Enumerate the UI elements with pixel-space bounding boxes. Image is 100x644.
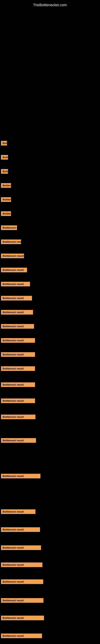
bottleneck-result-label: Bottleneck result <box>1 474 40 478</box>
bottleneck-result-label: Bottleneck result <box>1 398 35 403</box>
bottleneck-result-label: Bottleneck result <box>1 310 33 314</box>
bottleneck-result-label: Bottleneck result <box>1 169 8 174</box>
bottleneck-result-label: Bottleneck result <box>1 211 11 216</box>
bottleneck-result-label: Bottleneck result <box>1 226 17 230</box>
bottleneck-result-label: Bottleneck result <box>1 527 40 532</box>
bottleneck-result-label: Bottleneck result <box>1 268 27 272</box>
bottleneck-result-label: Bottleneck result <box>1 282 30 286</box>
bottleneck-result-label: Bottleneck result <box>1 240 21 244</box>
bottleneck-result-label: Bottleneck result <box>1 509 35 514</box>
bottleneck-result-label: Bottleneck result <box>1 562 42 567</box>
bottleneck-result-label: Bottleneck result <box>1 324 34 329</box>
bottleneck-result-label: Bottleneck result <box>1 366 35 371</box>
bottleneck-result-label: Bottleneck result <box>1 183 11 188</box>
bottleneck-result-label: Bottleneck result <box>1 598 43 603</box>
bottleneck-result-label: Bottleneck result <box>1 414 35 419</box>
bottleneck-result-label: Bottleneck result <box>1 155 8 160</box>
bottleneck-result-label: Bottleneck result <box>1 338 35 343</box>
bottleneck-result-label: Bottleneck result <box>1 546 41 550</box>
bottleneck-result-label: Bottleneck result <box>1 352 35 357</box>
site-title: TheBottlenecker.com <box>0 1 100 9</box>
bottleneck-result-label: Bottleneck result <box>1 580 43 584</box>
bottleneck-result-label: Bottleneck result <box>1 382 35 387</box>
bottleneck-result-label: Bottleneck result <box>1 197 11 202</box>
bottleneck-result-label: Bottleneck result <box>1 141 7 146</box>
bottleneck-result-label: Bottleneck result <box>1 438 36 443</box>
bottleneck-result-label: Bottleneck result <box>1 296 32 300</box>
bottleneck-result-label: Bottleneck result <box>1 254 24 258</box>
bottleneck-result-label: Bottleneck result <box>1 634 42 638</box>
bottleneck-result-label: Bottleneck result <box>1 616 44 620</box>
